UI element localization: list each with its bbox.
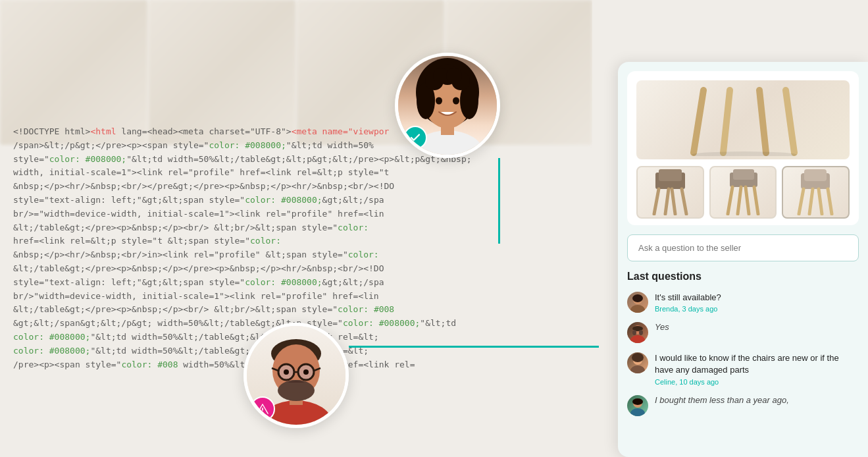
svg-point-24 — [284, 369, 289, 375]
question-item-2: I would like to know if the chairs are n… — [627, 352, 859, 385]
thumbnail-row — [636, 166, 850, 219]
last-questions-section: Last questions It's still available? Bre… — [618, 271, 868, 416]
product-thumbnail-3[interactable] — [782, 166, 850, 219]
seller-connector-line — [498, 158, 500, 244]
question-meta-2: Celine, 10 days ago — [655, 378, 859, 386]
answer-content-1: Yes — [655, 322, 859, 332]
svg-point-11 — [436, 97, 442, 105]
svg-point-50 — [630, 305, 645, 313]
svg-line-28 — [759, 90, 766, 153]
answer-avatar-2 — [627, 395, 648, 416]
buyer-avatar — [243, 323, 349, 428]
product-thumbnail-2[interactable] — [709, 166, 777, 219]
svg-line-40 — [738, 187, 741, 214]
answer-avatar-1 — [627, 322, 648, 343]
svg-point-55 — [632, 330, 636, 335]
answer-text-1: Yes — [655, 322, 859, 332]
question-text-1: It's still available? — [655, 292, 859, 304]
svg-point-25 — [303, 369, 309, 375]
svg-point-56 — [639, 330, 643, 335]
question-content-2: I would like to know if the chairs are n… — [655, 352, 859, 385]
svg-point-58 — [630, 365, 645, 373]
svg-rect-44 — [804, 169, 827, 181]
svg-point-30 — [692, 151, 797, 156]
seller-avatar — [395, 53, 500, 158]
svg-line-27 — [723, 90, 730, 153]
svg-point-61 — [630, 408, 645, 416]
answer-item-2: I bought them less than a year ago, — [627, 395, 859, 416]
svg-rect-32 — [659, 169, 682, 181]
question-avatar-2 — [627, 352, 648, 373]
seller-verified-badge — [403, 126, 427, 149]
product-thumbnail-1[interactable] — [636, 166, 704, 219]
svg-line-36 — [682, 189, 686, 214]
question-content-1: It's still available? Brenda, 3 days ago — [655, 292, 859, 313]
question-text-2: I would like to know if the chairs are n… — [655, 352, 859, 376]
buyer-connector-line — [349, 346, 599, 348]
svg-point-53 — [630, 335, 645, 343]
svg-line-35 — [672, 189, 675, 214]
answer-content-2: I bought them less than a year ago, — [655, 395, 859, 405]
question-input-area[interactable] — [627, 234, 859, 261]
svg-line-42 — [754, 187, 758, 214]
answer-item-1: Yes — [627, 322, 859, 343]
product-images-section — [627, 71, 859, 225]
main-product-image — [636, 80, 850, 159]
ask-question-input[interactable] — [627, 234, 859, 261]
svg-point-62 — [632, 398, 643, 405]
svg-line-47 — [819, 189, 822, 214]
question-meta-1: Brenda, 3 days ago — [655, 305, 859, 313]
svg-line-29 — [786, 90, 794, 153]
svg-line-45 — [799, 189, 804, 214]
svg-point-10 — [446, 68, 462, 84]
svg-line-26 — [694, 90, 703, 153]
right-panel: Last questions It's still available? Bre… — [618, 62, 868, 457]
svg-rect-38 — [733, 169, 754, 180]
answer-text-2: I bought them less than a year ago, — [655, 395, 859, 405]
last-questions-title: Last questions — [627, 271, 859, 282]
svg-line-41 — [746, 187, 749, 214]
svg-line-46 — [809, 189, 813, 214]
svg-line-33 — [654, 189, 659, 214]
svg-point-51 — [632, 294, 643, 302]
question-avatar-1 — [627, 292, 648, 313]
svg-point-59 — [632, 353, 644, 362]
svg-line-34 — [665, 189, 669, 214]
svg-line-48 — [828, 189, 832, 214]
buyer-warning-badge — [250, 396, 275, 421]
svg-line-39 — [728, 187, 732, 214]
svg-point-12 — [453, 97, 459, 105]
question-item-1: It's still available? Brenda, 3 days ago — [627, 292, 859, 313]
